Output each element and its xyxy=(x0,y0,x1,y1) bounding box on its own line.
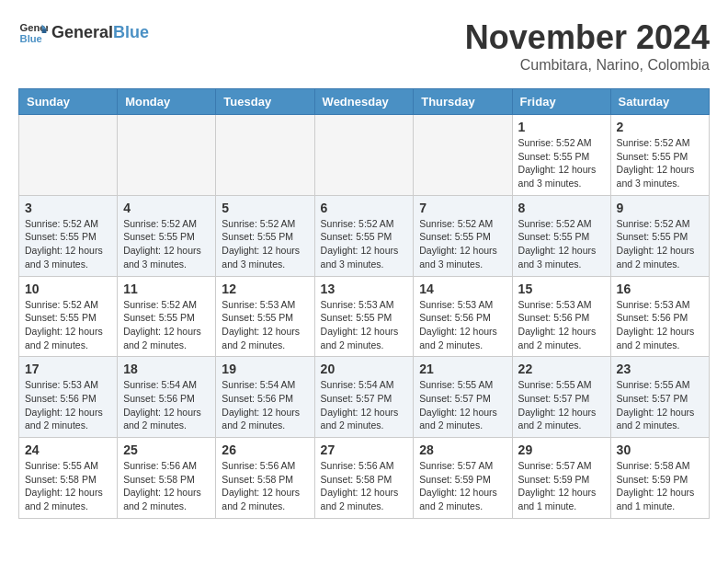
day-number: 24 xyxy=(25,442,111,457)
day-info: Sunrise: 5:54 AM Sunset: 5:56 PM Dayligh… xyxy=(123,378,210,432)
calendar-week-row: 1Sunrise: 5:52 AM Sunset: 5:55 PM Daylig… xyxy=(19,115,710,196)
location: Cumbitara, Narino, Colombia xyxy=(465,57,710,74)
calendar-table: Sunday Monday Tuesday Wednesday Thursday… xyxy=(18,88,710,519)
day-number: 19 xyxy=(222,362,308,376)
day-number: 25 xyxy=(123,442,210,457)
day-number: 10 xyxy=(25,282,111,296)
day-info: Sunrise: 5:52 AM Sunset: 5:55 PM Dayligh… xyxy=(419,217,506,271)
day-number: 4 xyxy=(123,201,210,215)
table-row: 30Sunrise: 5:58 AM Sunset: 5:59 PM Dayli… xyxy=(610,438,709,519)
calendar-week-row: 24Sunrise: 5:55 AM Sunset: 5:58 PM Dayli… xyxy=(19,438,710,519)
table-row: 15Sunrise: 5:53 AM Sunset: 5:56 PM Dayli… xyxy=(512,276,610,357)
day-info: Sunrise: 5:57 AM Sunset: 5:59 PM Dayligh… xyxy=(419,459,506,513)
day-number: 15 xyxy=(518,282,605,296)
day-number: 6 xyxy=(321,201,408,215)
table-row: 28Sunrise: 5:57 AM Sunset: 5:59 PM Dayli… xyxy=(414,438,512,519)
page-header: General Blue GeneralBlue November 2024 C… xyxy=(18,18,710,74)
day-number: 8 xyxy=(518,201,605,215)
table-row: 17Sunrise: 5:53 AM Sunset: 5:56 PM Dayli… xyxy=(19,357,118,438)
table-row: 13Sunrise: 5:53 AM Sunset: 5:55 PM Dayli… xyxy=(314,276,414,357)
day-info: Sunrise: 5:52 AM Sunset: 5:55 PM Dayligh… xyxy=(123,217,210,271)
table-row: 21Sunrise: 5:55 AM Sunset: 5:57 PM Dayli… xyxy=(414,357,512,438)
day-number: 23 xyxy=(617,362,703,376)
table-row: 29Sunrise: 5:57 AM Sunset: 5:59 PM Dayli… xyxy=(512,438,610,519)
day-number: 27 xyxy=(321,442,408,457)
table-row: 14Sunrise: 5:53 AM Sunset: 5:56 PM Dayli… xyxy=(414,276,512,357)
day-info: Sunrise: 5:52 AM Sunset: 5:55 PM Dayligh… xyxy=(518,136,605,190)
day-info: Sunrise: 5:52 AM Sunset: 5:55 PM Dayligh… xyxy=(25,217,111,271)
day-info: Sunrise: 5:55 AM Sunset: 5:57 PM Dayligh… xyxy=(617,378,703,432)
day-info: Sunrise: 5:55 AM Sunset: 5:57 PM Dayligh… xyxy=(419,378,506,432)
day-info: Sunrise: 5:57 AM Sunset: 5:59 PM Dayligh… xyxy=(518,459,605,513)
day-info: Sunrise: 5:58 AM Sunset: 5:59 PM Dayligh… xyxy=(617,459,703,513)
day-info: Sunrise: 5:52 AM Sunset: 5:55 PM Dayligh… xyxy=(321,217,408,271)
day-info: Sunrise: 5:56 AM Sunset: 5:58 PM Dayligh… xyxy=(123,459,210,513)
day-number: 5 xyxy=(222,201,308,215)
header-friday: Friday xyxy=(512,89,610,115)
day-info: Sunrise: 5:53 AM Sunset: 5:55 PM Dayligh… xyxy=(222,298,308,352)
table-row: 4Sunrise: 5:52 AM Sunset: 5:55 PM Daylig… xyxy=(118,195,216,276)
table-row: 25Sunrise: 5:56 AM Sunset: 5:58 PM Dayli… xyxy=(118,438,216,519)
header-wednesday: Wednesday xyxy=(314,89,414,115)
day-info: Sunrise: 5:53 AM Sunset: 5:56 PM Dayligh… xyxy=(518,298,605,352)
header-monday: Monday xyxy=(118,89,216,115)
day-info: Sunrise: 5:53 AM Sunset: 5:55 PM Dayligh… xyxy=(321,298,408,352)
day-number: 30 xyxy=(617,442,703,457)
month-title: November 2024 xyxy=(465,18,710,57)
table-row: 20Sunrise: 5:54 AM Sunset: 5:57 PM Dayli… xyxy=(314,357,414,438)
day-number: 7 xyxy=(419,201,506,215)
table-row: 5Sunrise: 5:52 AM Sunset: 5:55 PM Daylig… xyxy=(216,195,314,276)
title-block: November 2024 Cumbitara, Narino, Colombi… xyxy=(465,18,710,74)
day-info: Sunrise: 5:52 AM Sunset: 5:55 PM Dayligh… xyxy=(617,136,703,190)
day-number: 20 xyxy=(321,362,408,376)
svg-marker-3 xyxy=(42,29,47,33)
table-row: 19Sunrise: 5:54 AM Sunset: 5:56 PM Dayli… xyxy=(216,357,314,438)
calendar-header-row: Sunday Monday Tuesday Wednesday Thursday… xyxy=(19,89,710,115)
day-info: Sunrise: 5:53 AM Sunset: 5:56 PM Dayligh… xyxy=(25,378,111,432)
day-number: 14 xyxy=(419,282,506,296)
day-number: 17 xyxy=(25,362,111,376)
day-info: Sunrise: 5:54 AM Sunset: 5:56 PM Dayligh… xyxy=(222,378,308,432)
header-tuesday: Tuesday xyxy=(216,89,314,115)
calendar-week-row: 17Sunrise: 5:53 AM Sunset: 5:56 PM Dayli… xyxy=(19,357,710,438)
day-number: 11 xyxy=(123,282,210,296)
day-number: 22 xyxy=(518,362,605,376)
table-row: 10Sunrise: 5:52 AM Sunset: 5:55 PM Dayli… xyxy=(19,276,118,357)
logo-line1: GeneralBlue xyxy=(51,24,149,42)
day-number: 13 xyxy=(321,282,408,296)
table-row: 3Sunrise: 5:52 AM Sunset: 5:55 PM Daylig… xyxy=(19,195,118,276)
day-info: Sunrise: 5:52 AM Sunset: 5:55 PM Dayligh… xyxy=(518,217,605,271)
day-number: 3 xyxy=(25,201,111,215)
day-info: Sunrise: 5:54 AM Sunset: 5:57 PM Dayligh… xyxy=(321,378,408,432)
table-row xyxy=(216,115,314,196)
table-row xyxy=(118,115,216,196)
table-row: 26Sunrise: 5:56 AM Sunset: 5:58 PM Dayli… xyxy=(216,438,314,519)
table-row: 7Sunrise: 5:52 AM Sunset: 5:55 PM Daylig… xyxy=(414,195,512,276)
table-row: 8Sunrise: 5:52 AM Sunset: 5:55 PM Daylig… xyxy=(512,195,610,276)
table-row: 16Sunrise: 5:53 AM Sunset: 5:56 PM Dayli… xyxy=(610,276,709,357)
day-info: Sunrise: 5:53 AM Sunset: 5:56 PM Dayligh… xyxy=(617,298,703,352)
header-sunday: Sunday xyxy=(19,89,118,115)
day-number: 12 xyxy=(222,282,308,296)
day-info: Sunrise: 5:55 AM Sunset: 5:57 PM Dayligh… xyxy=(518,378,605,432)
logo-icon: General Blue xyxy=(18,18,48,48)
day-number: 28 xyxy=(419,442,506,457)
table-row: 24Sunrise: 5:55 AM Sunset: 5:58 PM Dayli… xyxy=(19,438,118,519)
day-number: 26 xyxy=(222,442,308,457)
day-info: Sunrise: 5:55 AM Sunset: 5:58 PM Dayligh… xyxy=(25,459,111,513)
header-saturday: Saturday xyxy=(610,89,709,115)
day-number: 9 xyxy=(617,201,703,215)
day-info: Sunrise: 5:52 AM Sunset: 5:55 PM Dayligh… xyxy=(617,217,703,271)
table-row xyxy=(414,115,512,196)
day-number: 29 xyxy=(518,442,605,457)
day-number: 1 xyxy=(518,120,605,134)
table-row xyxy=(19,115,118,196)
day-number: 16 xyxy=(617,282,703,296)
calendar-week-row: 10Sunrise: 5:52 AM Sunset: 5:55 PM Dayli… xyxy=(19,276,710,357)
day-info: Sunrise: 5:52 AM Sunset: 5:55 PM Dayligh… xyxy=(123,298,210,352)
table-row: 18Sunrise: 5:54 AM Sunset: 5:56 PM Dayli… xyxy=(118,357,216,438)
day-number: 18 xyxy=(123,362,210,376)
table-row: 1Sunrise: 5:52 AM Sunset: 5:55 PM Daylig… xyxy=(512,115,610,196)
table-row: 23Sunrise: 5:55 AM Sunset: 5:57 PM Dayli… xyxy=(610,357,709,438)
header-thursday: Thursday xyxy=(414,89,512,115)
